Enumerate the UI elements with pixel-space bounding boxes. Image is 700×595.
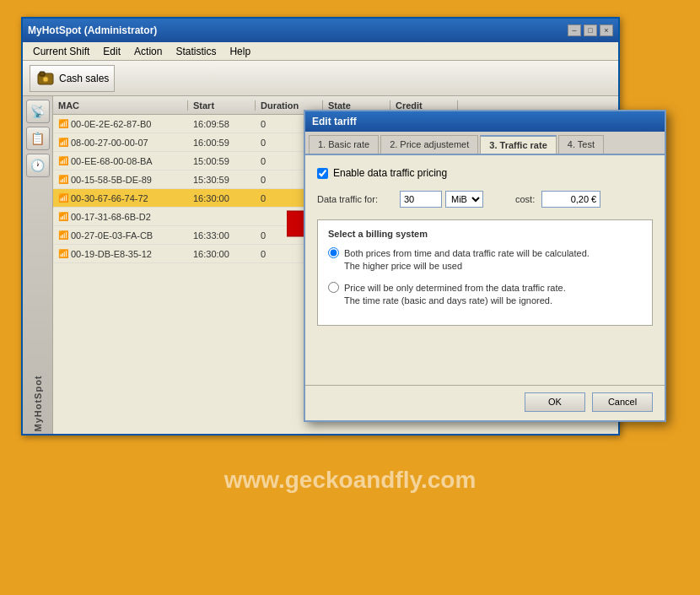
data-traffic-input[interactable]: 30 — [400, 191, 442, 208]
signal-icon: 📶 — [58, 175, 68, 184]
tab-basic-rate[interactable]: 1. Basic rate — [309, 135, 379, 154]
signal-icon: 📶 — [58, 212, 68, 221]
cash-icon — [35, 68, 56, 89]
enable-pricing-row: Enable data traffic pricing — [317, 167, 653, 179]
dialog-tabs: 1. Basic rate 2. Price adjustemet 3. Tra… — [305, 132, 665, 155]
app-title: MyHotSpot (Administrator) — [28, 24, 157, 36]
enable-pricing-checkbox[interactable] — [317, 168, 328, 179]
col-mac: MAC — [53, 100, 188, 111]
col-state: State — [323, 100, 390, 111]
cancel-button[interactable]: Cancel — [592, 392, 653, 412]
data-traffic-label: Data traffic for: — [317, 194, 393, 204]
minimize-button[interactable]: – — [568, 24, 581, 36]
cell-start: 16:09:58 — [188, 119, 256, 129]
cell-start: 15:30:59 — [188, 175, 256, 185]
sidebar-wifi-icon[interactable]: 📡 — [26, 100, 50, 123]
dialog-title-bar: Edit tariff — [305, 111, 665, 132]
cell-start: 16:00:59 — [188, 138, 256, 148]
signal-icon: 📶 — [58, 138, 68, 147]
window-controls: – □ × — [568, 24, 613, 36]
cell-mac: 📶 00-17-31-68-6B-D2 — [53, 212, 188, 222]
menu-help[interactable]: Help — [223, 44, 257, 59]
cost-label: cost: — [515, 194, 535, 204]
billing-group: Select a billing system Both prices from… — [317, 219, 653, 326]
col-duration: Duration — [256, 100, 323, 111]
data-traffic-row: Data traffic for: 30 MiB GiB KiB cost: — [317, 191, 653, 208]
tab-traffic-rate[interactable]: 3. Traffic rate — [480, 135, 556, 154]
edit-tariff-dialog: Edit tariff 1. Basic rate 2. Price adjus… — [304, 110, 666, 422]
title-bar: MyHotSpot (Administrator) – □ × — [23, 19, 618, 42]
maximize-button[interactable]: □ — [584, 24, 597, 36]
cell-mac: 📶 08-00-27-00-00-07 — [53, 138, 188, 148]
cell-start: 16:30:00 — [188, 249, 256, 259]
enable-pricing-label: Enable data traffic pricing — [333, 167, 447, 179]
cell-start: 16:30:00 — [188, 193, 256, 203]
col-credit: Credit — [390, 100, 458, 111]
signal-icon: 📶 — [58, 119, 68, 128]
col-start: Start — [188, 100, 256, 111]
sidebar: 📡 📋 🕐 MyHotSpot — [23, 96, 53, 434]
dialog-title: Edit tariff — [312, 116, 357, 127]
toolbar: Cash sales — [23, 61, 618, 96]
menu-current-shift[interactable]: Current Shift — [26, 44, 96, 59]
unit-select[interactable]: MiB GiB KiB — [445, 191, 483, 208]
cell-start: 15:00:59 — [188, 156, 256, 166]
billing-radio-2[interactable] — [328, 282, 339, 293]
billing-option-1-row: Both prices from time and data traffic r… — [328, 247, 642, 273]
menu-action[interactable]: Action — [127, 44, 169, 59]
menu-edit[interactable]: Edit — [96, 44, 127, 59]
watermark: www.geckoandfly.com — [224, 467, 477, 494]
close-button[interactable]: × — [600, 24, 613, 36]
signal-icon: 📶 — [58, 230, 68, 240]
sidebar-time-icon[interactable]: 🕐 — [26, 154, 50, 177]
tab-price-adjustment[interactable]: 2. Price adjustemet — [380, 135, 478, 154]
cell-mac: 📶 00-27-0E-03-FA-CB — [53, 230, 188, 241]
tab-test[interactable]: 4. Test — [558, 135, 604, 154]
signal-icon: 📶 — [58, 156, 68, 165]
cell-start: 16:33:00 — [188, 230, 256, 241]
signal-icon: 📶 — [58, 249, 68, 258]
billing-option-1-text: Both prices from time and data traffic r… — [344, 247, 590, 273]
sidebar-list-icon[interactable]: 📋 — [26, 127, 50, 150]
ok-button[interactable]: OK — [525, 392, 585, 412]
cash-sales-button[interactable]: Cash sales — [30, 65, 115, 92]
sidebar-label: MyHotSpot — [33, 375, 43, 431]
cell-mac: 📶 00-EE-68-00-08-BA — [53, 156, 188, 166]
billing-radio-1[interactable] — [328, 247, 339, 258]
dialog-footer: OK Cancel — [305, 385, 665, 420]
billing-group-title: Select a billing system — [328, 229, 642, 239]
dialog-body: Enable data traffic pricing Data traffic… — [305, 155, 665, 334]
cell-mac: 📶 00-19-DB-E8-35-12 — [53, 249, 188, 259]
menu-statistics[interactable]: Statistics — [169, 44, 223, 59]
signal-icon: 📶 — [58, 193, 68, 203]
cell-mac: 📶 00-30-67-66-74-72 — [53, 193, 188, 203]
svg-rect-1 — [40, 72, 45, 76]
svg-point-2 — [43, 77, 48, 82]
cost-input[interactable] — [541, 191, 600, 208]
cell-mac: 📶 00-0E-2E-62-87-B0 — [53, 119, 188, 129]
cell-mac: 📶 00-15-58-5B-DE-89 — [53, 175, 188, 185]
billing-option-2-row: Price will be only determined from the d… — [328, 282, 642, 308]
cash-sales-label: Cash sales — [59, 73, 109, 84]
billing-option-2-text: Price will be only determined from the d… — [344, 282, 566, 308]
menu-bar: Current Shift Edit Action Statistics Hel… — [23, 42, 618, 61]
